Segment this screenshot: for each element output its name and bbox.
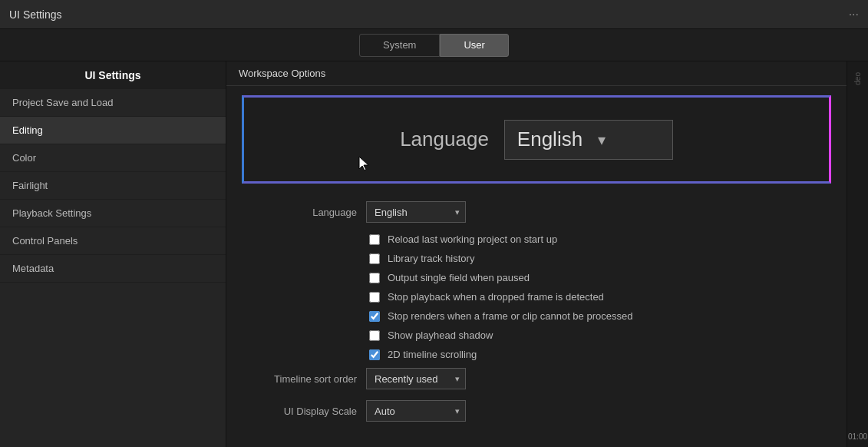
timeline-sort-label: Timeline sort order bbox=[249, 373, 357, 385]
stop-playback-checkbox[interactable] bbox=[369, 292, 380, 303]
output-single-field-label: Output single field when paused bbox=[388, 272, 530, 283]
timeline-sort-select-wrapper: Recently used Alphabetical bbox=[366, 368, 466, 389]
timeline-2d-row: 2D timeline scrolling bbox=[249, 349, 823, 360]
timeline-2d-label: 2D timeline scrolling bbox=[388, 349, 477, 360]
sidebar-header: UI Settings bbox=[0, 61, 226, 89]
content-area: Workspace Options Language English ▾ Lan… bbox=[226, 61, 847, 447]
stop-renders-label: Stop renders when a frame or clip cannot… bbox=[388, 310, 632, 322]
language-select[interactable]: English Français Deutsch bbox=[366, 201, 466, 223]
library-history-checkbox[interactable] bbox=[369, 253, 380, 264]
cursor-icon bbox=[358, 155, 371, 172]
right-strip-label: deo bbox=[853, 72, 862, 85]
library-history-row: Library track history bbox=[249, 253, 823, 264]
library-history-label: Library track history bbox=[388, 253, 474, 264]
reload-label: Reload last working project on start up bbox=[388, 233, 557, 245]
settings-body: Language English ▾ Language English Fran… bbox=[226, 86, 847, 447]
stop-renders-row: Stop renders when a frame or clip cannot… bbox=[249, 310, 823, 322]
timeline-sort-select[interactable]: Recently used Alphabetical bbox=[366, 368, 466, 389]
tab-bar: System User bbox=[0, 29, 868, 61]
right-strip-time: 01:00 bbox=[848, 432, 867, 441]
highlight-box: Language English ▾ bbox=[242, 95, 831, 184]
tab-system[interactable]: System bbox=[359, 34, 440, 57]
output-single-field-row: Output single field when paused bbox=[249, 272, 823, 283]
highlight-language-label: Language bbox=[400, 127, 489, 151]
show-playhead-label: Show playhead shadow bbox=[388, 329, 493, 341]
timeline-sort-row: Timeline sort order Recently used Alphab… bbox=[249, 368, 823, 389]
sidebar-item-metadata[interactable]: Metadata bbox=[0, 255, 226, 283]
output-single-field-checkbox[interactable] bbox=[369, 273, 380, 283]
reload-row: Reload last working project on start up bbox=[249, 233, 823, 245]
sidebar: UI Settings Project Save and Load Editin… bbox=[0, 61, 226, 447]
highlight-select-value: English bbox=[517, 127, 583, 151]
menu-dots[interactable]: ··· bbox=[849, 8, 859, 22]
ui-scale-select[interactable]: Auto 100% 150% 200% bbox=[366, 400, 466, 422]
language-row: Language English Français Deutsch bbox=[249, 201, 823, 223]
window-title: UI Settings bbox=[9, 8, 61, 21]
ui-scale-row: UI Display Scale Auto 100% 150% 200% bbox=[249, 400, 823, 422]
reload-checkbox[interactable] bbox=[369, 234, 380, 245]
show-playhead-checkbox[interactable] bbox=[369, 330, 380, 341]
sidebar-item-fairlight[interactable]: Fairlight bbox=[0, 172, 226, 200]
stop-playback-row: Stop playback when a dropped frame is de… bbox=[249, 291, 823, 303]
language-select-wrapper: English Français Deutsch bbox=[366, 201, 466, 223]
sidebar-item-control-panels[interactable]: Control Panels bbox=[0, 227, 226, 255]
ui-scale-select-wrapper: Auto 100% 150% 200% bbox=[366, 400, 466, 422]
sidebar-item-playback-settings[interactable]: Playback Settings bbox=[0, 200, 226, 227]
sidebar-item-editing[interactable]: Editing bbox=[0, 117, 226, 144]
content-tab-bar: Workspace Options bbox=[226, 61, 847, 86]
sidebar-item-color[interactable]: Color bbox=[0, 144, 226, 172]
sidebar-item-project-save-load[interactable]: Project Save and Load bbox=[0, 89, 226, 117]
ui-scale-label: UI Display Scale bbox=[249, 406, 357, 417]
stop-playback-label: Stop playback when a dropped frame is de… bbox=[388, 291, 604, 303]
highlight-select-box: English ▾ bbox=[504, 120, 673, 160]
right-strip: deo 01:00 bbox=[847, 61, 868, 447]
show-playhead-row: Show playhead shadow bbox=[249, 329, 823, 341]
timeline-2d-checkbox[interactable] bbox=[369, 349, 380, 360]
stop-renders-checkbox[interactable] bbox=[369, 311, 380, 322]
highlight-select-arrow: ▾ bbox=[598, 131, 606, 149]
language-label: Language bbox=[249, 207, 357, 218]
tab-user[interactable]: User bbox=[440, 34, 508, 57]
workspace-options-tab[interactable]: Workspace Options bbox=[239, 68, 325, 79]
title-bar: UI Settings ··· bbox=[0, 0, 868, 29]
main-layout: UI Settings Project Save and Load Editin… bbox=[0, 61, 868, 447]
